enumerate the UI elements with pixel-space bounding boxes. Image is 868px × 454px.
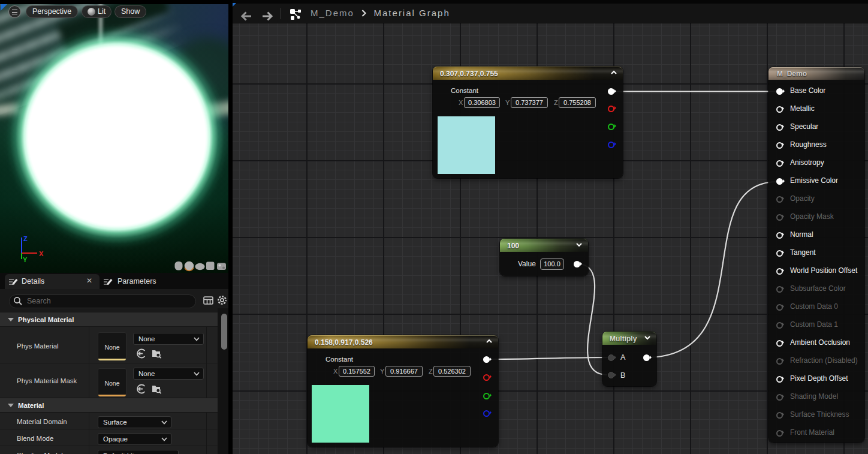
svg-text:Y: Y: [23, 256, 28, 263]
svg-text:X: X: [39, 250, 44, 257]
svg-text:Z: Z: [23, 235, 28, 242]
